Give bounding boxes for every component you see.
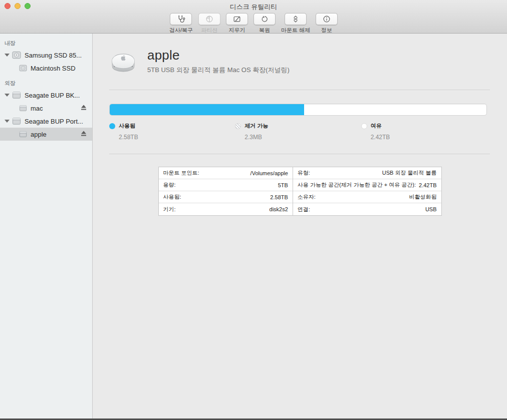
sidebar-item-samsung-ssd[interactable]: Samsung SSD 85... [0, 49, 92, 62]
erase-button[interactable]: 지우기 [226, 13, 248, 34]
internal-disk-icon [19, 65, 27, 72]
info-row-connection: 연결: USB [293, 203, 441, 215]
info-row-device: 기기: disk2s2 [159, 203, 293, 215]
usage-legend: 사용됨 2.58TB 제거 가능 2.3MB 여유 2.4 [109, 122, 487, 141]
sidebar-item-seagate-bup-port[interactable]: Seagate BUP Port... [0, 115, 92, 128]
zoom-button[interactable] [25, 3, 31, 9]
external-disk-icon [19, 105, 27, 112]
legend-purgeable: 제거 가능 2.3MB [235, 122, 361, 141]
restore-button[interactable]: 복원 [254, 13, 276, 34]
usage-bar-wrap [109, 104, 487, 116]
titlebar: 디스크 유틸리티 검사/복구 [0, 0, 507, 34]
partition-label: 파티션 [201, 27, 218, 34]
external-disk-icon [12, 117, 21, 125]
sidebar-item-apple[interactable]: apple [0, 128, 92, 141]
eject-icon[interactable] [80, 130, 87, 137]
usage-bar [109, 104, 487, 116]
info-button[interactable]: 정보 [316, 13, 338, 34]
volume-title: apple [147, 48, 290, 63]
info-row-available: 사용 가능한 공간(제거 가능한 공간 + 여유 공간): 2.42TB [293, 179, 441, 191]
sidebar-item-macintosh-ssd[interactable]: Macintosh SSD [0, 62, 92, 75]
restore-label: 복원 [259, 27, 270, 34]
info-row-type: 유형: USB 외장 물리적 볼륨 [293, 167, 441, 179]
legend-used: 사용됨 2.58TB [109, 122, 235, 141]
external-disk-icon [12, 91, 21, 99]
restore-icon [260, 15, 269, 24]
external-drive-icon [109, 49, 137, 73]
info-row-capacity: 용량: 5TB [159, 179, 293, 191]
first-aid-label: 검사/복구 [169, 27, 193, 34]
window-title: 디스크 유틸리티 [0, 0, 507, 12]
free-swatch-icon [361, 123, 367, 129]
legend-free: 여유 2.42TB [361, 122, 487, 141]
info-label: 정보 [321, 27, 332, 34]
unmount-icon [291, 15, 300, 24]
divider [109, 154, 490, 154]
first-aid-icon [176, 15, 186, 24]
purgeable-swatch-icon [235, 123, 241, 129]
internal-disk-icon [12, 51, 21, 59]
main-pane: apple 5TB USB 외장 물리적 볼륨 Mac OS 확장(저널링) 사… [93, 34, 507, 420]
traffic-lights [5, 3, 31, 9]
sidebar: 내장 Samsung SSD 85... Macintosh SSD [0, 34, 93, 420]
divider [109, 90, 490, 90]
minimize-button[interactable] [15, 3, 21, 9]
sidebar-section-internal: 내장 [0, 38, 92, 49]
unmount-label: 마운트 해제 [281, 27, 310, 34]
eject-icon[interactable] [80, 104, 87, 111]
disclosure-triangle-icon[interactable] [5, 54, 10, 57]
info-icon [322, 15, 331, 24]
unmount-button[interactable]: 마운트 해제 [281, 13, 310, 34]
partition-icon [205, 15, 214, 24]
usage-bar-used [110, 104, 304, 115]
free-value: 2.42TB [371, 134, 487, 141]
used-swatch-icon [109, 123, 115, 129]
info-row-mount-point: 마운트 포인트: /Volumes/apple [159, 167, 293, 179]
disk-utility-window: 디스크 유틸리티 검사/복구 [0, 0, 507, 420]
sidebar-item-seagate-bup-bk[interactable]: Seagate BUP BK... [0, 89, 92, 102]
purgeable-value: 2.3MB [244, 134, 361, 141]
used-value: 2.58TB [119, 134, 235, 141]
toolbar: 검사/복구 파티션 [0, 13, 507, 34]
sidebar-section-external: 외장 [0, 78, 92, 89]
disclosure-triangle-icon[interactable] [5, 120, 10, 123]
disclosure-triangle-icon[interactable] [5, 94, 10, 97]
volume-info-table: 마운트 포인트: /Volumes/apple 용량: 5TB 사용됨: 2.5… [158, 167, 442, 216]
partition-button[interactable]: 파티션 [198, 13, 220, 34]
erase-icon [232, 15, 241, 24]
volume-subtitle: 5TB USB 외장 물리적 볼륨 Mac OS 확장(저널링) [147, 66, 290, 75]
external-disk-icon [19, 131, 27, 138]
erase-label: 지우기 [229, 27, 245, 34]
info-row-owner: 소유자: 비활성화됨 [293, 191, 441, 203]
volume-header: apple 5TB USB 외장 물리적 볼륨 Mac OS 확장(저널링) [93, 34, 507, 75]
first-aid-button[interactable]: 검사/복구 [169, 13, 193, 34]
close-button[interactable] [5, 3, 11, 9]
sidebar-item-mac[interactable]: mac [0, 102, 92, 115]
info-row-used: 사용됨: 2.58TB [159, 191, 293, 203]
